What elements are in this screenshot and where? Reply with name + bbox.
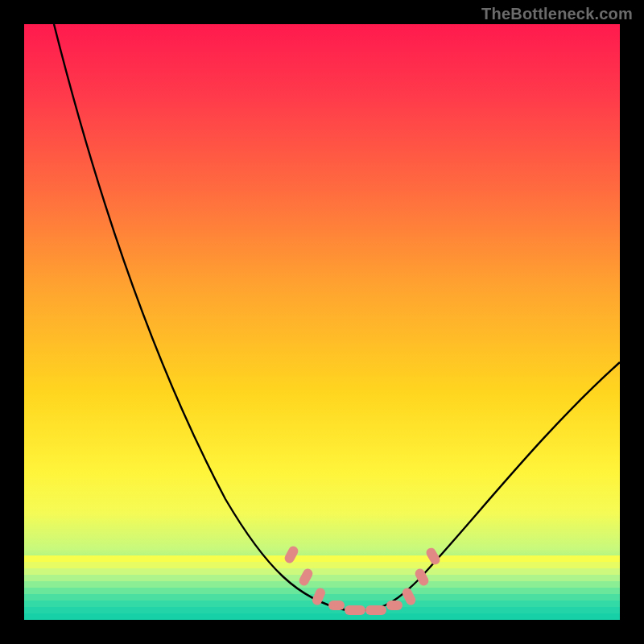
svg-rect-7 (401, 586, 417, 606)
svg-rect-1 (298, 567, 315, 587)
curve-path (54, 24, 620, 611)
bottleneck-curve (24, 24, 620, 620)
svg-rect-5 (365, 605, 386, 615)
svg-rect-6 (386, 601, 402, 610)
svg-rect-3 (328, 601, 345, 610)
marker-group (283, 544, 442, 615)
chart-frame: TheBottleneck.com (0, 0, 644, 644)
svg-rect-4 (345, 605, 365, 615)
plot-area (24, 24, 620, 620)
watermark-text: TheBottleneck.com (481, 5, 633, 23)
svg-rect-0 (283, 544, 300, 564)
